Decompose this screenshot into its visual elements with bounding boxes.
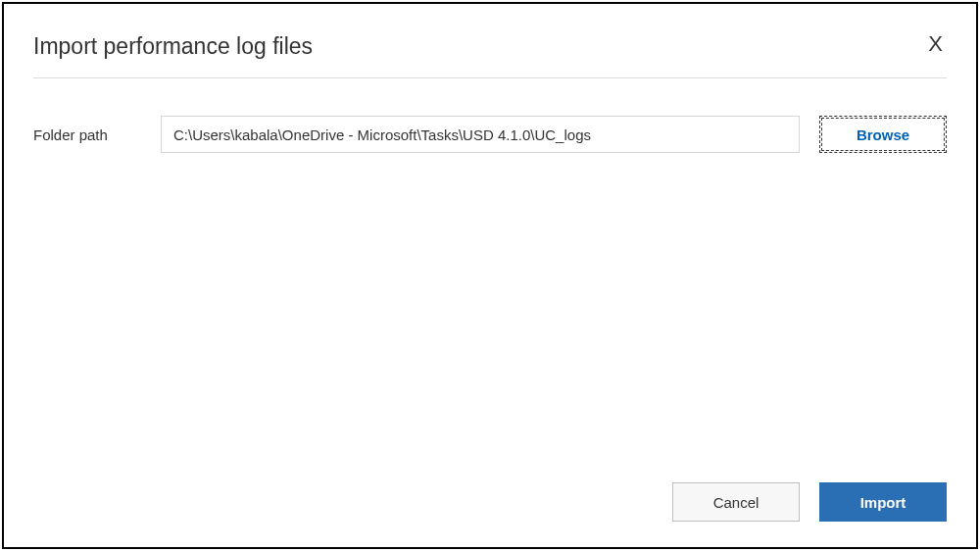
folder-path-row: Folder path Browse (33, 116, 947, 153)
dialog-header: Import performance log files X (33, 33, 947, 78)
dialog-title: Import performance log files (33, 33, 313, 60)
folder-path-input[interactable] (161, 116, 800, 153)
cancel-button[interactable]: Cancel (672, 482, 800, 522)
browse-button[interactable]: Browse (819, 116, 947, 153)
folder-path-label: Folder path (33, 126, 141, 143)
import-button[interactable]: Import (819, 482, 947, 522)
import-dialog: Import performance log files X Folder pa… (2, 2, 978, 549)
close-icon[interactable]: X (924, 33, 947, 55)
dialog-footer: Cancel Import (672, 482, 947, 522)
